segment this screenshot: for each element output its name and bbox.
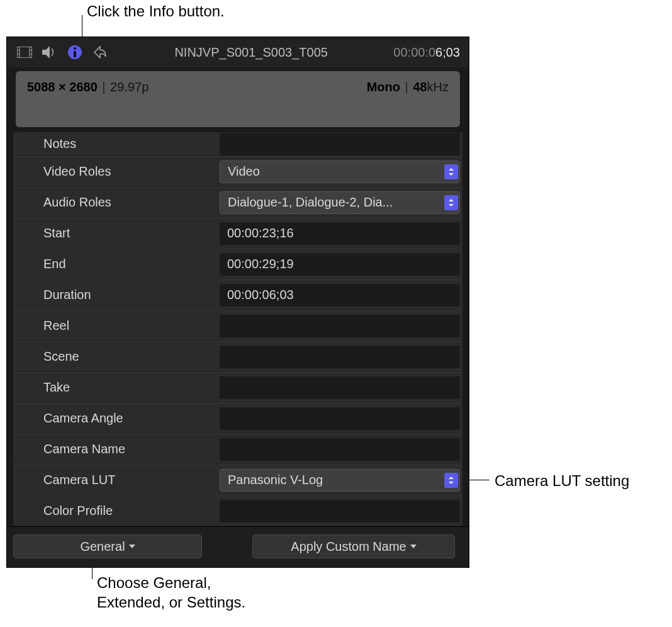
duration-value[interactable]: 00:00:06;03 xyxy=(220,284,460,307)
color-profile-input[interactable] xyxy=(220,500,460,522)
field-video-roles: Video Roles Video xyxy=(13,156,462,187)
color-profile-label: Color Profile xyxy=(43,504,220,518)
video-roles-popup[interactable]: Video xyxy=(220,161,460,183)
chevron-updown-icon xyxy=(444,473,458,488)
field-audio-roles: Audio Roles Dialogue-1, Dialogue-2, Dia.… xyxy=(13,187,462,218)
video-tab-icon[interactable] xyxy=(16,43,33,61)
reel-input[interactable] xyxy=(220,315,460,337)
svg-rect-8 xyxy=(74,51,76,57)
start-value[interactable]: 00:00:23;16 xyxy=(220,222,460,245)
field-color-profile: Color Profile xyxy=(13,495,462,526)
end-label: End xyxy=(43,257,220,271)
video-roles-label: Video Roles xyxy=(43,164,220,179)
callout-lut: Camera LUT setting xyxy=(495,471,629,490)
chevron-updown-icon xyxy=(444,195,458,210)
field-reel: Reel xyxy=(13,310,462,341)
field-notes: Notes xyxy=(13,132,462,156)
camera-lut-popup[interactable]: Panasonic V-Log xyxy=(220,469,460,492)
metadata-field-list: Notes Video Roles Video Audio Roles Dial… xyxy=(7,132,469,526)
end-value[interactable]: 00:00:29;19 xyxy=(220,253,460,276)
video-format: 5088 × 2680 | 29.97p xyxy=(27,80,148,94)
camera-name-input[interactable] xyxy=(220,438,460,461)
camera-lut-label: Camera LUT xyxy=(43,473,220,487)
chevron-updown-icon xyxy=(444,164,458,179)
clip-name: NINJVP_S001_S003_T005 xyxy=(116,45,386,60)
camera-angle-label: Camera Angle xyxy=(43,411,220,426)
audio-roles-label: Audio Roles xyxy=(43,195,220,210)
svg-point-7 xyxy=(74,47,76,50)
field-end: End 00:00:29;19 xyxy=(13,249,462,280)
inspector-toolbar: NINJVP_S001_S003_T005 00:00:06;03 xyxy=(7,37,469,67)
metadata-view-popup[interactable]: General xyxy=(13,534,202,558)
apply-custom-name-popup[interactable]: Apply Custom Name xyxy=(252,534,455,558)
chevron-down-icon xyxy=(129,545,135,548)
audio-roles-popup[interactable]: Dialogue-1, Dialogue-2, Dia... xyxy=(220,191,460,214)
clip-summary: 5088 × 2680 | 29.97p Mono | 48kHz xyxy=(16,71,460,127)
duration-label: Duration xyxy=(43,288,220,302)
field-scene: Scene xyxy=(13,341,462,372)
share-tab-icon[interactable] xyxy=(91,43,109,61)
callout-info: Click the Info button. xyxy=(87,1,225,21)
field-camera-name: Camera Name xyxy=(13,434,462,465)
field-camera-lut: Camera LUT Panasonic V-Log xyxy=(13,465,462,495)
field-duration: Duration 00:00:06;03 xyxy=(13,280,462,310)
start-label: Start xyxy=(43,226,220,240)
field-start: Start 00:00:23;16 xyxy=(13,218,462,249)
reel-label: Reel xyxy=(43,319,220,333)
info-tab-button[interactable] xyxy=(66,43,84,61)
scene-input[interactable] xyxy=(220,346,460,368)
audio-format: Mono | 48kHz xyxy=(367,80,449,94)
notes-input[interactable] xyxy=(220,133,460,155)
take-input[interactable] xyxy=(220,376,460,399)
chevron-down-icon xyxy=(410,545,417,548)
camera-angle-input[interactable] xyxy=(220,407,460,430)
scene-label: Scene xyxy=(43,349,220,364)
take-label: Take xyxy=(43,380,220,395)
camera-name-label: Camera Name xyxy=(43,442,220,456)
audio-tab-icon[interactable] xyxy=(41,43,59,61)
inspector-bottom-bar: General Apply Custom Name xyxy=(7,526,469,567)
duration-timecode: 00:00:06;03 xyxy=(393,45,460,60)
field-take: Take xyxy=(13,372,462,403)
callout-views: Choose General, Extended, or Settings. xyxy=(97,573,279,612)
notes-label: Notes xyxy=(43,137,220,151)
info-inspector: NINJVP_S001_S003_T005 00:00:06;03 5088 ×… xyxy=(6,37,469,568)
field-camera-angle: Camera Angle xyxy=(13,403,462,434)
